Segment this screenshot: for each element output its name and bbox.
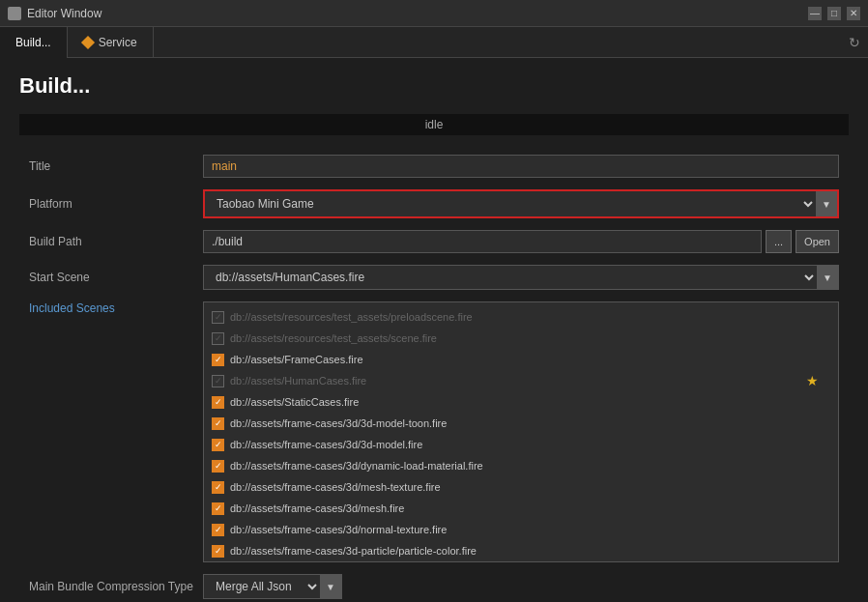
maximize-button[interactable]: □ — [827, 7, 841, 20]
list-item[interactable]: db://assets/HumanCases.fire ★ — [204, 370, 838, 391]
scene-path-11: db://assets/frame-cases/3d/normal-textur… — [230, 524, 447, 535]
scene-path-6: db://assets/frame-cases/3d/3d-model-toon… — [230, 417, 447, 429]
buildpath-input[interactable] — [203, 230, 762, 253]
scene-path-9: db://assets/frame-cases/3d/mesh-texture.… — [230, 481, 441, 493]
list-item[interactable]: db://assets/frame-cases/3d-particle/part… — [204, 540, 838, 561]
platform-dropdown-arrow[interactable]: ▼ — [816, 191, 837, 216]
service-diamond-icon — [81, 35, 95, 48]
tabbar: Build... Service ↻ — [0, 27, 868, 58]
scene-checkbox-5[interactable] — [212, 396, 224, 409]
star-icon: ★ — [806, 373, 819, 388]
scene-path-8: db://assets/frame-cases/3d/dynamic-load-… — [230, 460, 483, 472]
status-bar: idle — [19, 114, 849, 135]
startscene-select[interactable]: db://assets/HumanCases.fire — [204, 266, 817, 289]
compression-select[interactable]: Merge All Json — [204, 575, 320, 598]
scenes-container: db://assets/resources/test_assets/preloa… — [203, 301, 839, 562]
platform-row: Platform Taobao Mini Game ▼ — [29, 189, 839, 218]
list-item[interactable]: db://assets/frame-cases/3d/mesh-texture.… — [204, 476, 838, 498]
included-scenes-row: Included Scenes db://assets/resources/te… — [29, 301, 839, 562]
title-row: Title — [29, 155, 839, 178]
compression-select-wrapper: Merge All Json ▼ — [203, 574, 342, 599]
browse-button[interactable]: ... — [766, 230, 792, 253]
scene-path-2: db://assets/resources/test_assets/scene.… — [230, 332, 437, 344]
titlebar-title: Editor Window — [27, 7, 101, 20]
scene-path-12: db://assets/frame-cases/3d-particle/part… — [230, 545, 477, 557]
included-scenes-label[interactable]: Included Scenes — [29, 301, 203, 315]
scene-checkbox-12[interactable] — [212, 545, 224, 558]
tab-build-label: Build... — [15, 36, 51, 49]
titlebar-controls: — □ ✕ — [808, 7, 860, 20]
scene-checkbox-7[interactable] — [212, 439, 224, 451]
main-content: Build... idle Title Platform Taobao Mini… — [0, 58, 868, 602]
list-item[interactable]: db://assets/frame-cases/3d/mesh.fire — [204, 498, 838, 519]
scene-checkbox-4[interactable] — [212, 375, 224, 387]
list-item[interactable]: db://assets/StaticCases.fire — [204, 391, 838, 413]
scenes-list: db://assets/resources/test_assets/preloa… — [204, 302, 838, 562]
buildpath-row: Build Path ... Open — [29, 230, 839, 253]
open-button[interactable]: Open — [796, 230, 839, 253]
tab-service[interactable]: Service — [68, 27, 154, 58]
tab-build[interactable]: Build... — [0, 27, 68, 58]
refresh-icon[interactable]: ↻ — [849, 35, 860, 50]
platform-select[interactable]: Taobao Mini Game — [205, 191, 816, 216]
scene-checkbox-11[interactable] — [212, 524, 224, 536]
scene-checkbox-10[interactable] — [212, 502, 224, 515]
list-item[interactable]: db://assets/resources/test_assets/preloa… — [204, 306, 838, 328]
list-item[interactable]: db://assets/frame-cases/3d/dynamic-load-… — [204, 455, 838, 476]
scene-checkbox-2[interactable] — [212, 332, 224, 345]
startscene-label: Start Scene — [29, 271, 203, 284]
compression-label: Main Bundle Compression Type — [29, 580, 203, 593]
scene-path-10: db://assets/frame-cases/3d/mesh.fire — [230, 502, 404, 514]
scene-checkbox-8[interactable] — [212, 460, 224, 473]
title-label: Title — [29, 159, 203, 173]
list-item[interactable]: db://assets/frame-cases/3d/normal-textur… — [204, 519, 838, 540]
buildpath-wrapper: ... Open — [203, 230, 839, 253]
list-item[interactable]: db://assets/resources/test_assets/scene.… — [204, 328, 838, 349]
list-item[interactable]: db://assets/frame-cases/3d/3d-model.fire — [204, 434, 838, 455]
form-area: Title Platform Taobao Mini Game ▼ Build … — [19, 155, 849, 602]
scene-checkbox-1[interactable] — [212, 311, 224, 324]
scene-path-1: db://assets/resources/test_assets/preloa… — [230, 311, 473, 323]
startscene-row: Start Scene db://assets/HumanCases.fire … — [29, 265, 839, 290]
buildpath-label: Build Path — [29, 235, 203, 248]
minimize-button[interactable]: — — [808, 7, 822, 20]
scene-checkbox-6[interactable] — [212, 417, 224, 430]
compression-arrow[interactable]: ▼ — [320, 575, 341, 598]
scene-path-7: db://assets/frame-cases/3d/3d-model.fire — [230, 439, 422, 450]
titlebar-left: Editor Window — [8, 7, 101, 20]
scene-path-3: db://assets/FrameCases.fire — [230, 354, 363, 365]
platform-select-wrapper: Taobao Mini Game ▼ — [203, 189, 839, 218]
tab-service-label: Service — [99, 36, 137, 49]
titlebar: Editor Window — □ ✕ — [0, 0, 868, 27]
page-title: Build... — [19, 73, 849, 99]
scene-path-5: db://assets/StaticCases.fire — [230, 396, 359, 408]
startscene-arrow[interactable]: ▼ — [817, 266, 838, 289]
platform-label: Platform — [29, 197, 203, 211]
startscene-select-wrapper: db://assets/HumanCases.fire ▼ — [203, 265, 839, 290]
compression-row: Main Bundle Compression Type Merge All J… — [29, 574, 839, 599]
status-text: idle — [425, 118, 444, 131]
scene-checkbox-9[interactable] — [212, 481, 224, 494]
scene-path-4: db://assets/HumanCases.fire — [230, 375, 366, 387]
close-button[interactable]: ✕ — [847, 7, 860, 20]
list-item[interactable]: db://assets/frame-cases/3d/3d-model-toon… — [204, 413, 838, 434]
scene-checkbox-3[interactable] — [212, 354, 224, 366]
title-input[interactable] — [203, 155, 839, 178]
list-item[interactable]: db://assets/FrameCases.fire — [204, 349, 838, 370]
scenes-list-wrapper[interactable]: db://assets/resources/test_assets/preloa… — [203, 301, 839, 562]
editor-icon — [8, 7, 21, 20]
